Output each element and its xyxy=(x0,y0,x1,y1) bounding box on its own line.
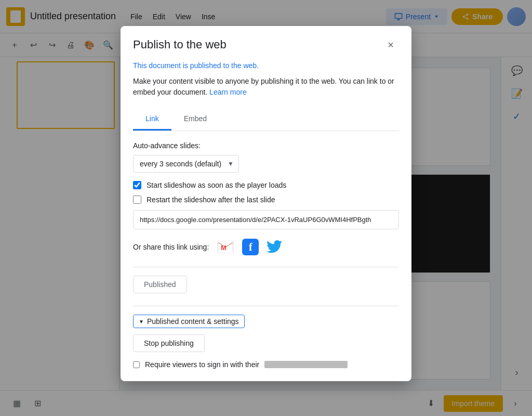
dialog-title: Publish to the web xyxy=(133,38,227,51)
share-facebook-button[interactable]: f xyxy=(242,239,259,255)
content-settings-label: Published content & settings xyxy=(147,317,239,326)
svg-text:M: M xyxy=(221,244,227,252)
auto-advance-dropdown-wrapper: every 3 seconds (default) ▼ xyxy=(133,155,239,173)
redacted-domain xyxy=(264,361,348,368)
restart-slideshow-label: Restart the slideshow after the last sli… xyxy=(147,196,275,204)
share-twitter-button[interactable] xyxy=(265,238,284,256)
publish-dialog: Publish to the web × This document is pu… xyxy=(121,26,411,381)
dialog-description: Make your content visible to anyone by p… xyxy=(133,76,399,98)
published-section: Published xyxy=(133,276,399,297)
tab-link[interactable]: Link xyxy=(133,108,171,131)
close-button[interactable]: × xyxy=(382,36,399,53)
share-row: Or share this link using: M xyxy=(133,238,399,256)
require-signin-row: Require viewers to sign in with their xyxy=(133,360,399,369)
dialog-body: This document is published to the web. M… xyxy=(121,61,411,381)
published-notice: This document is published to the web. xyxy=(133,61,399,70)
tab-embed[interactable]: Embed xyxy=(171,108,219,131)
dialog-header: Publish to the web × xyxy=(121,26,411,61)
share-label: Or share this link using: xyxy=(133,243,209,251)
divider-2 xyxy=(133,306,399,306)
restart-slideshow-checkbox[interactable] xyxy=(133,196,141,204)
checkbox-start-slideshow-row: Start slideshow as soon as the player lo… xyxy=(133,181,399,189)
tabs: Link Embed xyxy=(133,108,399,131)
start-slideshow-label: Start slideshow as soon as the player lo… xyxy=(147,181,286,189)
divider-1 xyxy=(133,267,399,267)
auto-advance-select[interactable]: every 3 seconds (default) xyxy=(133,155,239,173)
require-signin-label: Require viewers to sign in with their xyxy=(145,360,259,369)
auto-advance-label: Auto-advance slides: xyxy=(133,141,399,150)
content-settings-toggle[interactable]: ▼ Published content & settings xyxy=(133,315,245,328)
require-signin-checkbox[interactable] xyxy=(133,361,140,368)
start-slideshow-checkbox[interactable] xyxy=(133,181,141,189)
published-button: Published xyxy=(133,276,187,293)
link-url-input[interactable]: https://docs.google.com/presentation/d/e… xyxy=(133,210,399,229)
checkbox-restart-row: Restart the slideshow after the last sli… xyxy=(133,196,399,204)
toggle-arrow-icon: ▼ xyxy=(139,319,144,324)
learn-more-link[interactable]: Learn more xyxy=(209,88,247,96)
modal-overlay: Publish to the web × This document is pu… xyxy=(0,0,532,416)
stop-publishing-button[interactable]: Stop publishing xyxy=(133,334,205,352)
share-gmail-button[interactable]: M xyxy=(215,240,236,254)
